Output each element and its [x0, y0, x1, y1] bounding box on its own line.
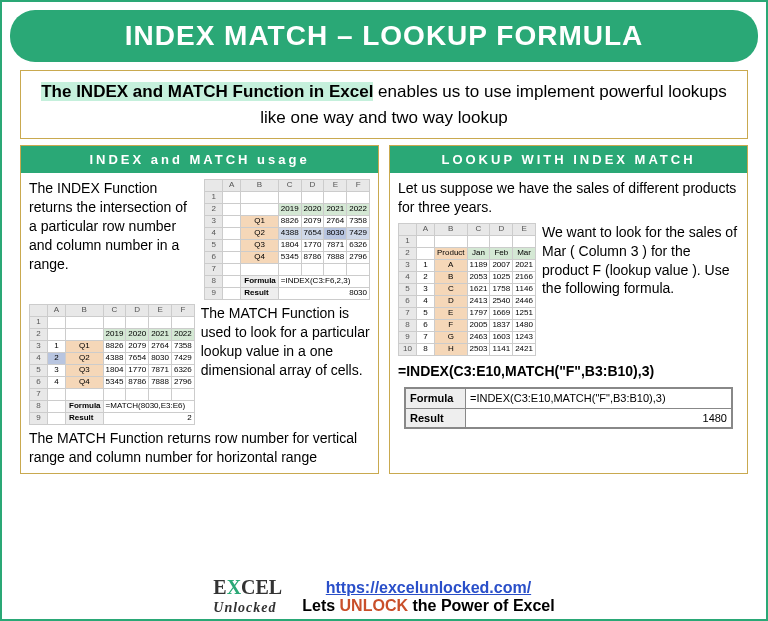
left-column: INDEX and MATCH usage The INDEX Function… — [20, 145, 379, 474]
footer-link[interactable]: https://excelunlocked.com/ — [326, 579, 531, 596]
footer-tagline: Lets UNLOCK the Power of Excel — [302, 597, 555, 614]
result-value: 1480 — [466, 408, 732, 428]
result-result-label: Result — [406, 408, 466, 428]
logo: EXCELUnlocked — [213, 578, 282, 615]
result-formula-value: =INDEX(C3:E10,MATCH("F",B3:B10),3) — [466, 388, 732, 408]
subtitle-text: The INDEX and MATCH Function in Excel en… — [33, 79, 735, 130]
result-formula-label: Formula — [406, 388, 466, 408]
left-body: The INDEX Function returns the intersect… — [21, 173, 378, 473]
footer: EXCELUnlocked https://excelunlocked.com/… — [2, 578, 766, 615]
index-text: The INDEX Function returns the intersect… — [29, 179, 198, 273]
right-column: LOOKUP WITH INDEX MATCH Let us suppose w… — [389, 145, 748, 474]
right-intro: Let us suppose we have the sales of diff… — [398, 179, 739, 217]
result-box: Formula=INDEX(C3:E10,MATCH("F",B3:B10),3… — [404, 387, 733, 430]
left-header: INDEX and MATCH usage — [21, 146, 378, 173]
match-note: The MATCH Function returns row number fo… — [29, 429, 370, 467]
title-bar: INDEX MATCH – LOOKUP FORMULA — [10, 10, 758, 62]
page-title: INDEX MATCH – LOOKUP FORMULA — [30, 20, 738, 52]
right-body: Let us suppose we have the sales of diff… — [390, 173, 747, 439]
subtitle-box: The INDEX and MATCH Function in Excel en… — [20, 70, 748, 139]
index-sheet: ABCDEF 1 22019202020212022 3Q18826207927… — [204, 179, 370, 300]
footer-text: https://excelunlocked.com/ Lets UNLOCK t… — [302, 579, 555, 615]
formula-line: =INDEX(C3:E10,MATCH("F",B3:B10),3) — [398, 362, 739, 381]
subtitle-highlight: The INDEX and MATCH Function in Excel — [41, 82, 373, 101]
match-text: The MATCH Function is used to look for a… — [201, 304, 370, 380]
match-sheet: ABCDEF 1 22019202020212022 31Q1882620792… — [29, 304, 195, 425]
columns: INDEX and MATCH usage The INDEX Function… — [20, 145, 748, 474]
right-goal: We want to look for the sales of Mar ( C… — [542, 223, 739, 299]
right-header: LOOKUP WITH INDEX MATCH — [390, 146, 747, 173]
lookup-sheet: ABCDE 1 2ProductJanFebMar 31A11892007202… — [398, 223, 536, 356]
